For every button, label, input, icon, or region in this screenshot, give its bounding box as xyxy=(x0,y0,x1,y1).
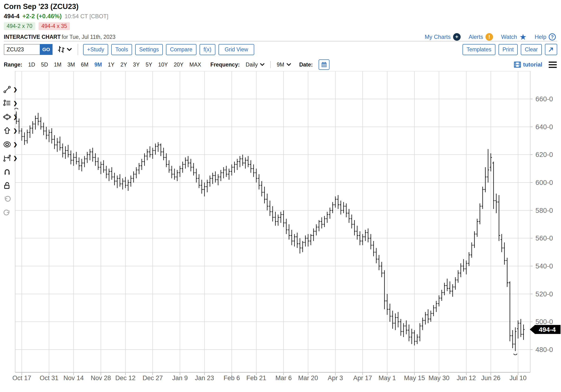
period-select[interactable]: 9M xyxy=(277,62,291,68)
shape-nodes-icon xyxy=(3,113,11,121)
svg-text:May 30: May 30 xyxy=(428,374,450,381)
add-study-button[interactable]: +Study xyxy=(83,44,108,55)
svg-text:494-4: 494-4 xyxy=(539,326,556,333)
arrow-annotation-button[interactable]: ❯ xyxy=(3,126,23,135)
range-item-1d[interactable]: 1D xyxy=(28,62,35,68)
question-mark-icon: ? xyxy=(549,33,556,41)
redo-icon xyxy=(3,209,11,217)
ask-badge: 494-4 x 35 xyxy=(39,22,70,30)
svg-text:Apr 3: Apr 3 xyxy=(328,374,343,381)
chevron-right-icon: ❯ xyxy=(13,100,18,106)
section-label: INTERACTIVE CHART xyxy=(4,34,61,40)
settings-button[interactable]: Settings xyxy=(135,44,163,55)
svg-text:580-0: 580-0 xyxy=(535,207,553,214)
ohlc-bars-icon xyxy=(57,45,65,54)
section-row: INTERACTIVE CHART for Tue, Jul 11th, 202… xyxy=(4,33,557,41)
alert-exclamation-icon: ! xyxy=(485,33,493,41)
breadcrumb: INTERACTIVE CHART for Tue, Jul 11th, 202… xyxy=(4,34,116,40)
my-charts-label: My Charts xyxy=(425,34,451,40)
range-item-5d[interactable]: 5D xyxy=(41,62,48,68)
symbol-input[interactable] xyxy=(4,44,40,55)
svg-text:Nov 14: Nov 14 xyxy=(64,374,84,381)
svg-text:Mar 20: Mar 20 xyxy=(298,374,318,381)
svg-text:520-0: 520-0 xyxy=(535,290,553,298)
price-chart[interactable]: 660-0640-0620-0600-0580-0560-0540-0520-0… xyxy=(0,71,561,392)
tutorial-link[interactable]: tutorial xyxy=(514,61,542,68)
range-item-3y[interactable]: 3Y xyxy=(133,62,140,68)
alerts-link[interactable]: Alerts ! xyxy=(469,33,493,41)
chevron-right-icon: ❯ xyxy=(13,155,18,161)
bid-ask-row: 494-2 x 70 494-4 x 35 xyxy=(4,22,557,30)
templates-button[interactable]: Templates xyxy=(463,44,496,55)
svg-text:Jan 9: Jan 9 xyxy=(172,374,188,381)
print-button[interactable]: Print xyxy=(498,44,518,55)
go-button[interactable]: GO xyxy=(40,44,53,55)
chart-type-dropdown[interactable] xyxy=(56,45,73,54)
range-item-max[interactable]: MAX xyxy=(189,62,201,68)
svg-text:640-0: 640-0 xyxy=(535,123,553,131)
menu-hamburger-icon[interactable] xyxy=(548,61,557,69)
range-item-3m[interactable]: 3M xyxy=(67,62,75,68)
chevron-right-icon: ❯ xyxy=(13,142,18,147)
range-item-2y[interactable]: 2Y xyxy=(120,62,127,68)
measure-icon xyxy=(3,154,11,162)
last-price: 494-4 xyxy=(4,12,20,20)
compare-button[interactable]: Compare xyxy=(166,44,196,55)
help-label: Help xyxy=(535,34,546,40)
svg-text:480-0: 480-0 xyxy=(535,346,553,353)
undo-icon xyxy=(3,195,11,204)
magnet-icon xyxy=(3,168,11,176)
range-item-20y[interactable]: 20Y xyxy=(174,62,183,68)
date-label: Date: xyxy=(299,62,313,68)
alerts-label: Alerts xyxy=(469,34,483,40)
undo-button[interactable] xyxy=(3,195,23,204)
svg-text:Dec 27: Dec 27 xyxy=(142,374,163,381)
range-item-1m[interactable]: 1M xyxy=(54,62,62,68)
chevron-down-icon xyxy=(260,63,264,66)
shapes-tool-button[interactable]: ❯ xyxy=(3,113,23,121)
svg-text:Dec 12: Dec 12 xyxy=(115,374,136,381)
range-item-6m[interactable]: 6M xyxy=(81,62,88,68)
range-controls: Range: 1D 5D 1M 3M 6M 9M 1Y 2Y 3Y 5Y 10Y… xyxy=(0,58,561,71)
chevron-down-icon xyxy=(67,48,72,51)
range-item-5y[interactable]: 5Y xyxy=(146,62,152,68)
circle-annotation-button[interactable]: ❯ xyxy=(3,140,23,149)
watch-link[interactable]: Watch ★ xyxy=(501,33,527,41)
unlocked-padlock-icon xyxy=(3,181,11,190)
svg-text:Feb 6: Feb 6 xyxy=(224,374,240,381)
toolbar-divider xyxy=(78,44,78,55)
my-charts-link[interactable]: My Charts + xyxy=(425,33,460,41)
clear-button[interactable]: Clear xyxy=(521,44,542,55)
chevron-right-icon: ❯ xyxy=(13,87,18,92)
measure-tool-button[interactable]: ❯ xyxy=(3,154,23,162)
magnet-mode-button[interactable] xyxy=(3,168,23,176)
page-title: Corn Sep '23 (ZCU23) xyxy=(4,2,557,11)
plus-circle-icon: + xyxy=(453,33,461,41)
lock-drawings-button[interactable] xyxy=(3,181,23,190)
range-item-10y[interactable]: 10Y xyxy=(158,62,168,68)
tools-button[interactable]: Tools xyxy=(111,44,132,55)
redo-button[interactable] xyxy=(3,209,23,217)
svg-text:Feb 21: Feb 21 xyxy=(246,374,266,381)
frequency-value: Daily xyxy=(246,62,258,68)
fx-button[interactable]: f(x) xyxy=(200,44,216,55)
svg-text:540-0: 540-0 xyxy=(535,262,553,270)
line-tools-button[interactable]: ❯ xyxy=(3,99,23,108)
chevron-right-icon: ❯ xyxy=(13,128,18,133)
controls-divider xyxy=(270,61,271,68)
svg-text:May 1: May 1 xyxy=(378,374,396,381)
grid-view-button[interactable]: Grid View xyxy=(218,44,254,55)
frequency-select[interactable]: Daily xyxy=(246,62,264,68)
fullscreen-button[interactable] xyxy=(545,44,557,55)
quote-time: 10:54 CT [CBOT] xyxy=(65,13,108,20)
help-link[interactable]: Help ? xyxy=(535,33,556,41)
chart-region: 660-0640-0620-0600-0580-0560-0540-0520-0… xyxy=(0,71,561,392)
range-item-9m[interactable]: 9M xyxy=(95,62,102,68)
chevron-down-icon xyxy=(287,63,291,66)
film-icon xyxy=(514,62,521,68)
date-picker-button[interactable] xyxy=(319,59,330,70)
svg-text:620-0: 620-0 xyxy=(535,151,553,158)
expand-arrow-icon xyxy=(548,46,554,53)
trendline-tool-button[interactable]: ❯ xyxy=(3,85,23,94)
range-item-1y[interactable]: 1Y xyxy=(108,62,115,68)
